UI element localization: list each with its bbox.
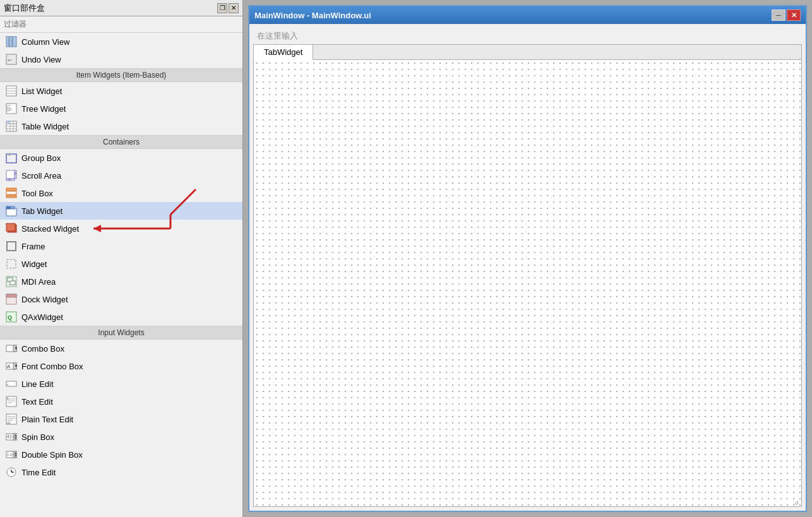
sidebar-item-frame[interactable]: Frame xyxy=(0,237,242,255)
font-combo-box-label: Font Combo Box xyxy=(21,362,83,371)
resize-handle[interactable]: ⊿ xyxy=(794,499,800,505)
tab-content: ⊿ xyxy=(254,60,801,506)
widget-box-restore-button[interactable]: ❐ xyxy=(217,3,227,13)
line-edit-label: Line Edit xyxy=(21,379,54,389)
category-item-based: Item Widgets (Item-Based) xyxy=(0,68,242,82)
sidebar-item-tab-widget[interactable]: Tab Widget xyxy=(0,202,242,220)
tab-widget-label: Tab Widget xyxy=(21,206,63,216)
svg-rect-34 xyxy=(6,208,16,216)
tab-item-tabwidget[interactable]: TabWidget xyxy=(254,45,313,60)
svg-rect-28 xyxy=(15,172,16,175)
window-minimize-button[interactable]: ─ xyxy=(772,9,785,21)
text-edit-icon xyxy=(5,395,18,408)
sidebar-item-font-combo-box[interactable]: A ▼ Font Combo Box xyxy=(0,357,242,375)
svg-rect-31 xyxy=(6,188,16,191)
main-window-title: MainWindow - MainWindow.ui xyxy=(254,11,371,20)
sidebar-item-undo-view[interactable]: ↩ Undo View xyxy=(0,51,242,68)
sidebar-item-text-edit[interactable]: Text Edit xyxy=(0,393,242,410)
sidebar-item-mdi-area[interactable]: MDI Area xyxy=(0,273,242,290)
sidebar-item-dock-widget[interactable]: Dock Widget xyxy=(0,290,242,308)
svg-text:▼: ▼ xyxy=(14,454,17,458)
column-view-icon xyxy=(5,35,18,48)
svg-rect-35 xyxy=(6,206,10,209)
filter-label: 过滤器 xyxy=(4,20,27,28)
svg-rect-32 xyxy=(6,191,16,194)
tab-bar: TabWidget xyxy=(254,45,801,60)
svg-text:A: A xyxy=(6,364,10,369)
plain-text-edit-label: Plain Text Edit xyxy=(21,415,73,424)
mdi-area-icon xyxy=(5,275,18,288)
scroll-area-label: Scroll Area xyxy=(21,171,61,181)
sidebar-item-tree-widget[interactable]: Tree Widget xyxy=(0,100,242,117)
combo-box-label: Combo Box xyxy=(21,344,64,354)
mdi-area-label: MDI Area xyxy=(21,277,56,287)
sidebar-item-scroll-area[interactable]: Scroll Area xyxy=(0,167,242,184)
main-window-body: 在这里输入 TabWidget ⊿ xyxy=(249,24,806,511)
sidebar-item-spin-box[interactable]: ▲ ▼ 41 Spin Box xyxy=(0,428,242,446)
sidebar-item-time-edit[interactable]: Time Edit xyxy=(0,463,242,481)
sidebar-item-combo-box[interactable]: ▼ Combo Box xyxy=(0,340,242,357)
svg-rect-33 xyxy=(6,195,16,198)
text-edit-label: Text Edit xyxy=(21,397,53,407)
window-close-button[interactable]: ✕ xyxy=(787,9,801,21)
spin-box-label: Spin Box xyxy=(21,432,54,442)
sidebar-item-qax-widget[interactable]: Q QAxWidget xyxy=(0,308,242,326)
table-widget-label: Table Widget xyxy=(21,122,69,131)
tool-box-label: Tool Box xyxy=(21,189,53,198)
tab-widget-icon xyxy=(5,205,18,217)
tab-widget-container: TabWidget ⊿ xyxy=(253,44,802,507)
sidebar-item-plain-text-edit[interactable]: AI Plain Text Edit xyxy=(0,410,242,428)
svg-text:Q: Q xyxy=(8,314,12,321)
spin-box-icon: ▲ ▼ 41 xyxy=(5,431,18,443)
qax-widget-label: QAxWidget xyxy=(21,312,63,322)
dock-widget-label: Dock Widget xyxy=(21,295,68,304)
widget-label: Widget xyxy=(21,259,47,269)
svg-text:41: 41 xyxy=(7,434,12,439)
tree-widget-icon xyxy=(5,102,18,115)
sidebar-item-tool-box[interactable]: Tool Box xyxy=(0,184,242,202)
main-window: MainWindow - MainWindow.ui ─ ✕ 在这里输入 Tab… xyxy=(248,5,807,512)
stacked-widget-icon xyxy=(5,222,18,235)
sidebar-item-list-widget[interactable]: List Widget xyxy=(0,82,242,100)
dotted-canvas[interactable] xyxy=(254,60,801,506)
widget-box: 窗口部件盒 ❐ ✕ 过滤器 Column View xyxy=(0,0,243,517)
undo-view-icon: ↩ xyxy=(5,53,18,66)
widget-icon xyxy=(5,258,18,270)
svg-rect-30 xyxy=(8,179,11,181)
frame-icon xyxy=(5,240,18,253)
svg-rect-0 xyxy=(6,37,9,47)
svg-rect-36 xyxy=(11,206,15,209)
sidebar-item-column-view[interactable]: Column View xyxy=(0,33,242,51)
sidebar-item-group-box[interactable]: ab Group Box xyxy=(0,149,242,167)
undo-view-label: Undo View xyxy=(21,55,61,64)
widget-box-titlebar-buttons: ❐ ✕ xyxy=(217,3,239,13)
group-box-label: Group Box xyxy=(21,153,61,163)
sidebar-item-stacked-widget[interactable]: Stacked Widget xyxy=(0,220,242,237)
sidebar-item-widget[interactable]: Widget xyxy=(0,255,242,273)
svg-text:▼: ▼ xyxy=(14,436,17,440)
plain-text-edit-icon: AI xyxy=(5,413,18,425)
stacked-widget-label: Stacked Widget xyxy=(21,224,79,234)
font-combo-box-icon: A ▼ xyxy=(5,360,18,372)
widget-list: Column View ↩ Undo View Item Widgets (It… xyxy=(0,33,242,517)
sidebar-item-line-edit[interactable]: Line Edit xyxy=(0,375,242,393)
svg-text:AI: AI xyxy=(7,421,11,425)
svg-rect-39 xyxy=(7,242,16,251)
sidebar-item-double-spin-box[interactable]: ▲ ▼ 1.0 Double Spin Box xyxy=(0,446,242,463)
frame-label: Frame xyxy=(21,242,45,251)
combo-box-icon: ▼ xyxy=(5,342,18,355)
column-view-label: Column View xyxy=(21,37,69,47)
input-placeholder-text: 在这里输入 xyxy=(257,31,298,40)
svg-text:▼: ▼ xyxy=(14,364,17,368)
tool-box-icon xyxy=(5,187,18,199)
group-box-icon: ab xyxy=(5,152,18,164)
svg-rect-22 xyxy=(6,121,10,124)
sidebar-item-table-widget[interactable]: Table Widget xyxy=(0,117,242,135)
widget-box-close-button[interactable]: ✕ xyxy=(229,3,239,13)
svg-rect-45 xyxy=(6,294,16,297)
svg-text:↩: ↩ xyxy=(8,57,12,63)
line-edit-icon xyxy=(5,377,18,390)
svg-text:▼: ▼ xyxy=(14,346,17,350)
svg-rect-1 xyxy=(9,37,12,47)
qax-widget-icon: Q xyxy=(5,311,18,323)
